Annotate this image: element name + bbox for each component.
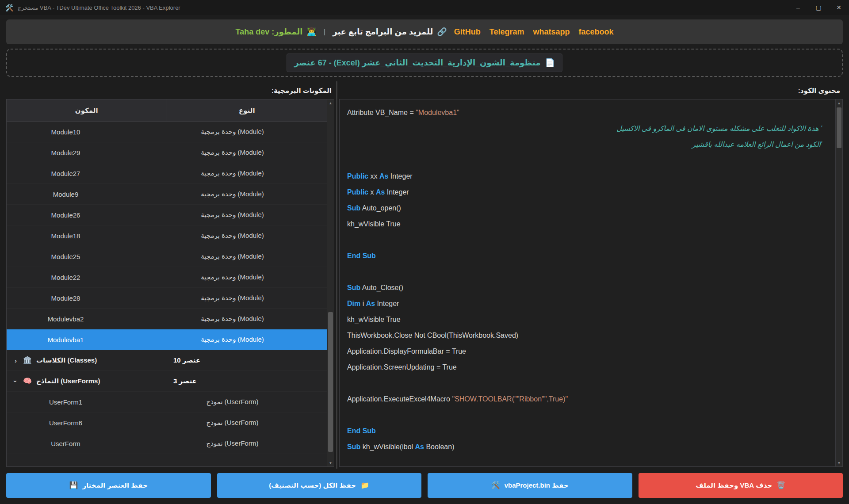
code-line: Application.ScreenUpdating = True [347, 359, 834, 375]
file-drop-zone[interactable]: 📄 منظومة_الشون_الإدارية_التحديث_الثاني_ع… [6, 49, 843, 77]
code-line: Sub Auto_Close() [347, 280, 834, 296]
code-scrollbar[interactable]: ▲ ▼ [835, 99, 842, 466]
trash-icon: 🗑️ [776, 482, 785, 489]
component-name-cell: Modulevba1 [7, 329, 173, 350]
component-type-cell: وحدة برمجية (Module) [173, 329, 327, 350]
scroll-up-icon[interactable]: ▲ [836, 99, 842, 107]
component-row[interactable]: UserFormنموذج (UserForm) [7, 433, 327, 454]
save-selected-button[interactable]: 💾حفظ العنصر المختار [6, 473, 211, 498]
code-line: ThisWorkbook.Close Not CBool(ThisWorkboo… [347, 328, 834, 344]
code-panel-label: محتوى الكود: [339, 81, 843, 99]
code-line [347, 153, 834, 168]
main-content: المكونات البرمجية: المكون النوع Module10… [0, 81, 849, 469]
folder-icon: 📁 [360, 482, 369, 489]
component-row[interactable]: Modulevba2وحدة برمجية (Module) [7, 309, 327, 329]
component-name-cell: Module18 [7, 225, 173, 246]
code-viewer[interactable]: Attribute VB_Name = "Modulevba1"' هذة ال… [339, 99, 843, 467]
footer-actions: 💾حفظ العنصر المختارحفظ الكل (حسب التصنيف… [0, 469, 849, 504]
component-row[interactable]: UserForm1نموذج (UserForm) [7, 392, 327, 412]
column-header-type[interactable]: النوع [167, 99, 327, 121]
link-icon: 🔗 [437, 27, 447, 37]
button-label: حفظ العنصر المختار [82, 481, 148, 489]
panel-splitter[interactable] [334, 81, 339, 469]
components-scrollbar[interactable]: ▲ ▼ [327, 99, 334, 466]
header-bar: 👨‍💻 المطور: Taha dev | 🔗 للمزيد من البرا… [6, 19, 843, 44]
group-label: الكلاسات (Classes) [36, 356, 97, 364]
loaded-file-chip: 📄 منظومة_الشون_الإدارية_التحديث_الثاني_ع… [287, 53, 562, 72]
code-line: End Sub [347, 248, 834, 264]
code-line: 'الكود من اعمال الرائع العلامه عبدالله ب… [347, 137, 834, 153]
components-panel-label: المكونات البرمجية: [6, 81, 334, 99]
close-button[interactable]: ✕ [829, 0, 849, 15]
scrollbar-thumb[interactable] [837, 107, 841, 148]
delete-vba-button[interactable]: حذف VBA وحفظ الملف🗑️ [639, 473, 843, 498]
component-type-cell: وحدة برمجية (Module) [173, 267, 327, 287]
scroll-down-icon[interactable]: ▼ [327, 459, 334, 466]
facebook-link[interactable]: facebook [579, 27, 614, 37]
component-row[interactable]: Module25وحدة برمجية (Module) [7, 246, 327, 267]
component-type-cell: 3 عنصر [166, 371, 327, 391]
components-table-main: المكون النوع Module10وحدة برمجية (Module… [7, 99, 327, 466]
titlebar[interactable]: 🛠️ مستخرج VBA - TDev Ultimate Office Too… [0, 0, 849, 15]
component-name-cell: Module26 [7, 205, 173, 225]
whatsapp-link[interactable]: whatsapp [533, 27, 570, 37]
save-all-button[interactable]: حفظ الكل (حسب التصنيف)📁 [217, 473, 422, 498]
component-row[interactable]: Module26وحدة برمجية (Module) [7, 205, 327, 225]
component-type-cell: نموذج (UserForm) [173, 433, 327, 454]
component-row[interactable]: Modulevba1وحدة برمجية (Module) [7, 329, 327, 350]
developer-icon: 👨‍💻 [306, 27, 316, 37]
component-name-cell: Module25 [7, 246, 173, 267]
code-line [347, 375, 834, 391]
maximize-button[interactable]: ▢ [808, 0, 829, 15]
code-line: Public x As Integer [347, 184, 834, 200]
classes-icon: 🏛️ [23, 357, 32, 364]
component-group-row[interactable]: ›🧠النماذج (UserForms)3 عنصر [7, 371, 327, 392]
component-name-cell: Module10 [7, 122, 173, 142]
components-table: المكون النوع Module10وحدة برمجية (Module… [6, 99, 334, 467]
component-name-cell: Module28 [7, 288, 173, 308]
code-line: Attribute VB_Name = "Modulevba1" [347, 105, 834, 121]
component-row[interactable]: Module27وحدة برمجية (Module) [7, 163, 327, 184]
scrollbar-thumb[interactable] [328, 312, 333, 451]
component-row[interactable]: Module22وحدة برمجية (Module) [7, 267, 327, 288]
chevron-down-icon[interactable]: › [12, 378, 19, 384]
column-header-name[interactable]: المكون [7, 99, 167, 121]
save-vbaproject-button[interactable]: 🛠️حفظ vbaProject.bin [428, 473, 632, 498]
component-group-row[interactable]: ›🏛️الكلاسات (Classes)10 عنصر [7, 350, 327, 371]
component-name-cell: UserForm [7, 433, 173, 454]
component-row[interactable]: UserForm6نموذج (UserForm) [7, 412, 327, 433]
component-row[interactable]: Module10وحدة برمجية (Module) [7, 122, 327, 142]
app-window: 🛠️ مستخرج VBA - TDev Ultimate Office Too… [0, 0, 849, 504]
window-title: مستخرج VBA - TDev Ultimate Office Toolki… [18, 4, 180, 11]
document-icon: 📄 [545, 58, 555, 68]
wrench-icon: 🛠️ [491, 482, 500, 489]
code-line [347, 264, 834, 280]
component-type-cell: وحدة برمجية (Module) [173, 309, 327, 329]
scroll-down-icon[interactable]: ▼ [836, 459, 842, 466]
component-row[interactable]: Module28وحدة برمجية (Module) [7, 288, 327, 309]
file-name: منظومة_الشون_الإدارية_التحديث_الثاني_عشر… [294, 58, 540, 68]
component-type-cell: وحدة برمجية (Module) [173, 163, 327, 183]
component-row[interactable]: Module18وحدة برمجية (Module) [7, 225, 327, 246]
github-link[interactable]: GitHub [454, 27, 481, 37]
titlebar-left: 🛠️ مستخرج VBA - TDev Ultimate Office Too… [0, 4, 788, 11]
component-type-cell: نموذج (UserForm) [173, 392, 327, 412]
telegram-link[interactable]: Telegram [490, 27, 524, 37]
chevron-right-icon[interactable]: › [13, 357, 19, 364]
component-row[interactable]: Module29وحدة برمجية (Module) [7, 142, 327, 163]
social-links: GitHubTelegramwhatsappfacebook [454, 27, 614, 37]
component-type-cell: نموذج (UserForm) [173, 412, 327, 433]
code-line: kh_wVisible True [347, 216, 834, 232]
minimize-button[interactable]: – [788, 0, 808, 15]
components-table-header: المكون النوع [7, 99, 327, 122]
button-label: حفظ الكل (حسب التصنيف) [269, 481, 356, 489]
component-name-cell: Module22 [7, 267, 173, 287]
component-name-cell: UserForm1 [7, 392, 173, 412]
code-line: ' هذة الاكواد للتغلب على مشكله مستوى الا… [347, 121, 834, 137]
button-label: حذف VBA وحفظ الملف [696, 481, 772, 489]
follow-label: للمزيد من البرامج تابع عبر [333, 27, 433, 37]
component-row[interactable]: Module9وحدة برمجية (Module) [7, 184, 327, 205]
code-line: Public xx As Integer [347, 168, 834, 184]
components-table-body: Module10وحدة برمجية (Module)Module29وحدة… [7, 122, 327, 466]
scroll-up-icon[interactable]: ▲ [327, 99, 334, 107]
